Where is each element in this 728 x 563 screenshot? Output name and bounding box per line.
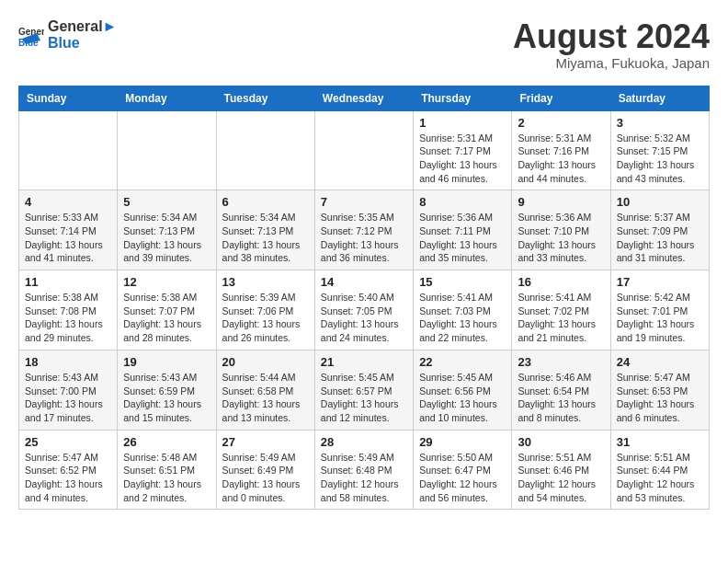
logo: General Blue General► Blue [18, 18, 117, 51]
day-info: Sunrise: 5:36 AM Sunset: 7:10 PM Dayligh… [518, 211, 604, 265]
day-number: 15 [419, 275, 506, 289]
calendar-cell: 13Sunrise: 5:39 AM Sunset: 7:06 PM Dayli… [216, 270, 314, 350]
day-number: 20 [222, 355, 309, 369]
day-number: 17 [617, 275, 703, 289]
calendar-cell: 12Sunrise: 5:38 AM Sunset: 7:07 PM Dayli… [118, 270, 216, 350]
day-number: 21 [321, 355, 407, 369]
calendar-cell [216, 110, 314, 190]
day-number: 13 [222, 275, 309, 289]
calendar-cell: 17Sunrise: 5:42 AM Sunset: 7:01 PM Dayli… [610, 270, 709, 350]
day-number: 2 [518, 116, 604, 130]
day-info: Sunrise: 5:45 AM Sunset: 6:56 PM Dayligh… [419, 371, 506, 425]
logo-line1: General► [48, 18, 117, 35]
day-number: 29 [419, 435, 506, 449]
day-info: Sunrise: 5:35 AM Sunset: 7:12 PM Dayligh… [321, 211, 407, 265]
day-number: 8 [419, 195, 506, 209]
calendar-cell: 29Sunrise: 5:50 AM Sunset: 6:47 PM Dayli… [414, 430, 512, 510]
calendar-week-row: 18Sunrise: 5:43 AM Sunset: 7:00 PM Dayli… [19, 350, 710, 430]
day-info: Sunrise: 5:34 AM Sunset: 7:13 PM Dayligh… [123, 211, 210, 265]
calendar-header-saturday: Saturday [610, 86, 709, 110]
day-number: 25 [25, 435, 111, 449]
day-number: 11 [25, 275, 111, 289]
day-number: 16 [518, 275, 604, 289]
day-info: Sunrise: 5:43 AM Sunset: 6:59 PM Dayligh… [123, 371, 210, 425]
calendar-cell: 31Sunrise: 5:51 AM Sunset: 6:44 PM Dayli… [610, 430, 709, 510]
calendar-table: SundayMondayTuesdayWednesdayThursdayFrid… [18, 86, 710, 511]
calendar-cell: 23Sunrise: 5:46 AM Sunset: 6:54 PM Dayli… [512, 350, 610, 430]
day-info: Sunrise: 5:42 AM Sunset: 7:01 PM Dayligh… [617, 291, 703, 345]
day-number: 14 [321, 275, 407, 289]
calendar-week-row: 1Sunrise: 5:31 AM Sunset: 7:17 PM Daylig… [19, 110, 710, 190]
calendar-cell: 21Sunrise: 5:45 AM Sunset: 6:57 PM Dayli… [314, 350, 413, 430]
day-info: Sunrise: 5:50 AM Sunset: 6:47 PM Dayligh… [419, 451, 506, 505]
calendar-cell: 10Sunrise: 5:37 AM Sunset: 7:09 PM Dayli… [610, 190, 709, 270]
day-info: Sunrise: 5:32 AM Sunset: 7:15 PM Dayligh… [617, 132, 703, 186]
day-number: 4 [25, 195, 111, 209]
calendar-cell: 19Sunrise: 5:43 AM Sunset: 6:59 PM Dayli… [118, 350, 216, 430]
calendar-cell: 4Sunrise: 5:33 AM Sunset: 7:14 PM Daylig… [19, 190, 118, 270]
day-number: 30 [518, 435, 604, 449]
calendar-cell: 30Sunrise: 5:51 AM Sunset: 6:46 PM Dayli… [512, 430, 610, 510]
calendar-cell [314, 110, 413, 190]
day-info: Sunrise: 5:41 AM Sunset: 7:02 PM Dayligh… [518, 291, 604, 345]
day-number: 5 [123, 195, 210, 209]
calendar-header-monday: Monday [118, 86, 216, 110]
calendar-cell: 22Sunrise: 5:45 AM Sunset: 6:56 PM Dayli… [414, 350, 512, 430]
calendar-header-thursday: Thursday [414, 86, 512, 110]
day-number: 3 [617, 116, 703, 130]
calendar-cell: 24Sunrise: 5:47 AM Sunset: 6:53 PM Dayli… [610, 350, 709, 430]
calendar-cell: 26Sunrise: 5:48 AM Sunset: 6:51 PM Dayli… [118, 430, 216, 510]
calendar-cell: 11Sunrise: 5:38 AM Sunset: 7:08 PM Dayli… [19, 270, 118, 350]
calendar-week-row: 25Sunrise: 5:47 AM Sunset: 6:52 PM Dayli… [19, 430, 710, 510]
calendar-cell: 5Sunrise: 5:34 AM Sunset: 7:13 PM Daylig… [118, 190, 216, 270]
svg-text:Blue: Blue [18, 38, 39, 48]
calendar-cell: 15Sunrise: 5:41 AM Sunset: 7:03 PM Dayli… [414, 270, 512, 350]
title-block: August 2024 Miyama, Fukuoka, Japan [513, 18, 710, 71]
calendar-cell: 27Sunrise: 5:49 AM Sunset: 6:49 PM Dayli… [216, 430, 314, 510]
day-number: 28 [321, 435, 407, 449]
calendar-cell: 7Sunrise: 5:35 AM Sunset: 7:12 PM Daylig… [314, 190, 413, 270]
calendar-body: 1Sunrise: 5:31 AM Sunset: 7:17 PM Daylig… [19, 110, 710, 510]
calendar-week-row: 4Sunrise: 5:33 AM Sunset: 7:14 PM Daylig… [19, 190, 710, 270]
day-info: Sunrise: 5:40 AM Sunset: 7:05 PM Dayligh… [321, 291, 407, 345]
calendar-header-tuesday: Tuesday [216, 86, 314, 110]
day-info: Sunrise: 5:49 AM Sunset: 6:49 PM Dayligh… [222, 451, 309, 505]
day-number: 10 [617, 195, 703, 209]
page-header: General Blue General► Blue August 2024 M… [18, 18, 710, 71]
calendar-cell: 6Sunrise: 5:34 AM Sunset: 7:13 PM Daylig… [216, 190, 314, 270]
calendar-cell [118, 110, 216, 190]
calendar-week-row: 11Sunrise: 5:38 AM Sunset: 7:08 PM Dayli… [19, 270, 710, 350]
day-number: 1 [419, 116, 506, 130]
calendar-cell: 3Sunrise: 5:32 AM Sunset: 7:15 PM Daylig… [610, 110, 709, 190]
calendar-cell [19, 110, 118, 190]
calendar-cell: 20Sunrise: 5:44 AM Sunset: 6:58 PM Dayli… [216, 350, 314, 430]
day-info: Sunrise: 5:49 AM Sunset: 6:48 PM Dayligh… [321, 451, 407, 505]
calendar-cell: 2Sunrise: 5:31 AM Sunset: 7:16 PM Daylig… [512, 110, 610, 190]
location: Miyama, Fukuoka, Japan [513, 55, 710, 71]
calendar-cell: 18Sunrise: 5:43 AM Sunset: 7:00 PM Dayli… [19, 350, 118, 430]
day-number: 31 [617, 435, 703, 449]
day-info: Sunrise: 5:38 AM Sunset: 7:08 PM Dayligh… [25, 291, 111, 345]
calendar-header-friday: Friday [512, 86, 610, 110]
day-number: 23 [518, 355, 604, 369]
calendar-cell: 28Sunrise: 5:49 AM Sunset: 6:48 PM Dayli… [314, 430, 413, 510]
logo-icon: General Blue [18, 22, 44, 48]
day-info: Sunrise: 5:38 AM Sunset: 7:07 PM Dayligh… [123, 291, 210, 345]
day-number: 9 [518, 195, 604, 209]
day-info: Sunrise: 5:45 AM Sunset: 6:57 PM Dayligh… [321, 371, 407, 425]
day-info: Sunrise: 5:47 AM Sunset: 6:52 PM Dayligh… [25, 451, 111, 505]
day-info: Sunrise: 5:47 AM Sunset: 6:53 PM Dayligh… [617, 371, 703, 425]
day-number: 26 [123, 435, 210, 449]
day-number: 6 [222, 195, 309, 209]
calendar-cell: 25Sunrise: 5:47 AM Sunset: 6:52 PM Dayli… [19, 430, 118, 510]
calendar-header-sunday: Sunday [19, 86, 118, 110]
day-number: 19 [123, 355, 210, 369]
day-info: Sunrise: 5:44 AM Sunset: 6:58 PM Dayligh… [222, 371, 309, 425]
day-info: Sunrise: 5:46 AM Sunset: 6:54 PM Dayligh… [518, 371, 604, 425]
day-number: 7 [321, 195, 407, 209]
day-info: Sunrise: 5:48 AM Sunset: 6:51 PM Dayligh… [123, 451, 210, 505]
day-info: Sunrise: 5:39 AM Sunset: 7:06 PM Dayligh… [222, 291, 309, 345]
day-number: 27 [222, 435, 309, 449]
day-info: Sunrise: 5:37 AM Sunset: 7:09 PM Dayligh… [617, 211, 703, 265]
calendar-cell: 1Sunrise: 5:31 AM Sunset: 7:17 PM Daylig… [414, 110, 512, 190]
